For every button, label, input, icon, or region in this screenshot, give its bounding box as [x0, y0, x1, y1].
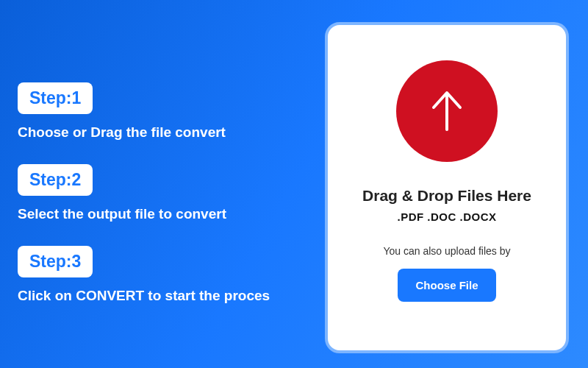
step-3-badge: Step:3 [18, 246, 93, 277]
choose-file-button[interactable]: Choose File [398, 269, 495, 302]
step-1-badge: Step:1 [18, 82, 93, 114]
also-upload-text: You can also upload files by [383, 245, 510, 257]
drag-drop-title: Drag & Drop Files Here [362, 187, 531, 205]
step-3: Step:3 Click on CONVERT to start the pro… [18, 246, 312, 304]
upload-arrow-icon[interactable] [396, 60, 498, 162]
steps-panel: Step:1 Choose or Drag the file convert S… [18, 82, 312, 328]
step-2-desc: Select the output file to convert [18, 206, 312, 222]
step-1: Step:1 Choose or Drag the file convert [18, 82, 312, 141]
upload-card[interactable]: Drag & Drop Files Here .PDF .DOC .DOCX Y… [325, 22, 569, 353]
step-3-desc: Click on CONVERT to start the proces [18, 288, 312, 304]
step-1-desc: Choose or Drag the file convert [18, 124, 312, 141]
step-2-badge: Step:2 [18, 164, 93, 196]
step-2: Step:2 Select the output file to convert [18, 164, 312, 222]
supported-formats: .PDF .DOC .DOCX [397, 210, 496, 223]
